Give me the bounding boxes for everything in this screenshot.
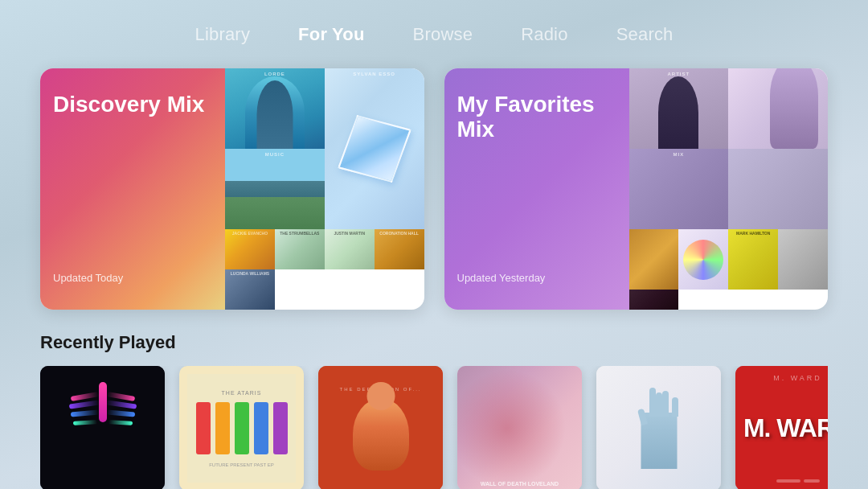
album-wall-of-death[interactable]: WALL OF DEATH LOVELAND <box>457 366 582 489</box>
discovery-mix-subtitle: Updated Today <box>53 272 212 284</box>
favorites-album-4 <box>728 149 828 229</box>
nav-search[interactable]: Search <box>616 24 674 45</box>
nav-radio[interactable]: Radio <box>521 24 567 45</box>
discovery-b5: LUCINDA WILLIAMS <box>225 269 275 310</box>
album-fantasia[interactable]: THE DEFINITION OF... <box>318 366 443 489</box>
recently-played-section: Recently Played <box>40 332 828 489</box>
nav-library[interactable]: Library <box>194 24 250 45</box>
favorites-mix-subtitle: Updated Yesterday <box>457 272 616 284</box>
favorites-album-1: ARTIST <box>629 68 729 149</box>
recently-played-title: Recently Played <box>40 332 828 353</box>
mix-cards-row: Discovery Mix Updated Today LORDE SYLVAN… <box>40 68 828 310</box>
favorites-mix-card[interactable]: My Favorites Mix Updated Yesterday ARTIS… <box>444 68 829 310</box>
favorites-top-grid: ARTIST MIX <box>629 68 829 229</box>
navigation: Library For You Browse Radio Search <box>0 0 868 60</box>
nav-for-you[interactable]: For You <box>298 24 364 45</box>
favorites-b2 <box>678 229 728 290</box>
discovery-b3: JUSTIN MARTIN <box>325 229 375 269</box>
discovery-b4: CORONATION HALL <box>375 229 424 269</box>
discovery-b2: THE STRUMBELLAS <box>275 229 325 269</box>
favorites-b1 <box>629 229 679 290</box>
mward-text: M. WARD <box>743 413 828 443</box>
discovery-mix-card[interactable]: Discovery Mix Updated Today LORDE SYLVAN… <box>40 68 424 310</box>
album-hand[interactable] <box>596 366 721 489</box>
discovery-album-mountain: MUSIC <box>225 149 325 229</box>
album-m-ward[interactable]: M. WARD M. WARD <box>735 366 828 489</box>
favorites-b5 <box>629 290 679 310</box>
discovery-bottom-grid: JACKIE EVANCHO THE STRUMBELLAS JUSTIN MA… <box>225 229 424 310</box>
discovery-b1: JACKIE EVANCHO <box>225 229 275 269</box>
main-content: Discovery Mix Updated Today LORDE SYLVAN… <box>0 60 868 489</box>
favorites-album-3: MIX <box>629 149 729 229</box>
discovery-album-1: LORDE <box>225 68 325 149</box>
favorites-album-2 <box>728 68 828 149</box>
nav-browse[interactable]: Browse <box>413 24 473 45</box>
favorites-mix-title: My Favorites Mix <box>457 92 616 142</box>
discovery-mix-title: Discovery Mix <box>53 92 212 117</box>
discovery-mix-hero: Discovery Mix Updated Today <box>40 68 225 310</box>
favorites-b4 <box>778 229 828 290</box>
discovery-album-holo: SYLVAN ESSO <box>325 68 424 229</box>
favorites-bottom-grid: MARK HAMILTON <box>629 229 829 310</box>
album-against-the-current[interactable] <box>40 366 165 489</box>
album-the-ataris[interactable]: THE ATARIS FUTURE PRESENT PAST EP <box>179 366 304 489</box>
favorites-b3: MARK HAMILTON <box>728 229 778 290</box>
favorites-mix-hero: My Favorites Mix Updated Yesterday <box>444 68 629 310</box>
discovery-top-grid: LORDE SYLVAN ESSO MUSIC <box>225 68 424 229</box>
recently-played-row: THE ATARIS FUTURE PRESENT PAST EP THE DE… <box>40 366 828 489</box>
